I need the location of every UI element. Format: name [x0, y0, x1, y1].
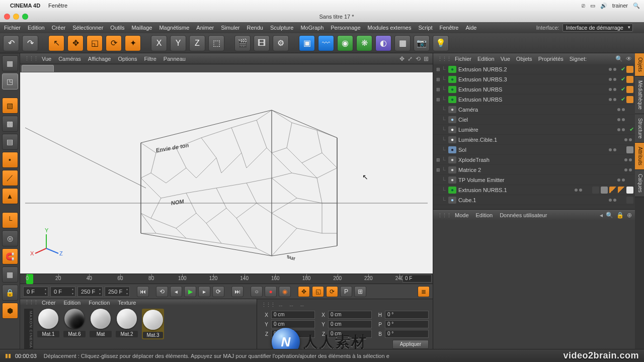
material-item[interactable]: Mat.3	[142, 309, 164, 339]
coords-tab-3[interactable]: --	[300, 302, 304, 308]
object-name[interactable]: Extrusion NURBS.3	[458, 76, 606, 82]
object-mode-button[interactable]: ▧	[2, 98, 18, 114]
timeline-mode-button[interactable]: ≣	[418, 286, 430, 297]
render-pv-button[interactable]: 🎞	[254, 35, 270, 51]
interface-selector[interactable]: Interface de démarrage	[562, 24, 633, 32]
menu-personnage[interactable]: Personnage	[331, 25, 360, 31]
object-name[interactable]: Cube.1	[458, 197, 606, 203]
menu-script[interactable]: Script	[418, 25, 432, 31]
add-environment-button[interactable]: ▦	[394, 35, 411, 51]
key-pos-button[interactable]: ✥	[298, 286, 310, 297]
object-row[interactable]: └●Caméra	[433, 105, 644, 115]
object-name[interactable]: Lumière	[458, 127, 614, 133]
mat-menu-fonction[interactable]: Fonction	[89, 300, 110, 306]
menu-selectionner[interactable]: Sélectionner	[72, 25, 103, 31]
record-off-button[interactable]: ○	[251, 286, 263, 297]
tab-calques[interactable]: Calques	[635, 170, 644, 197]
object-row[interactable]: └●Ciel	[433, 115, 644, 125]
object-row[interactable]: └●Lumière✔	[433, 125, 644, 135]
key-rot-button[interactable]: ⟳	[326, 286, 338, 297]
frame-range-end-field[interactable]: 250 F▴▾	[77, 287, 103, 297]
goto-start-button[interactable]: ⏮	[137, 286, 149, 297]
material-item[interactable]: Mat.1	[37, 309, 59, 337]
om-menu-fichier[interactable]: Fichier	[455, 56, 471, 62]
menu-fenetre[interactable]: Fenêtre	[440, 25, 459, 31]
tab-attributs[interactable]: Attributs	[635, 143, 644, 170]
object-row[interactable]: └●Cube.1	[433, 195, 644, 205]
object-name[interactable]: Lumière.Cible.1	[458, 137, 621, 143]
material-item[interactable]: Mat	[90, 309, 112, 337]
object-name[interactable]: Extrusion NURBS	[458, 97, 606, 103]
pos-z-field[interactable]: 0 cm	[271, 330, 315, 338]
mat-menu-edition[interactable]: Edition	[64, 300, 81, 306]
panel-grip-icon[interactable]: ⋮⋮⋮	[261, 302, 275, 308]
tag-icon[interactable]	[601, 187, 608, 194]
menu-aide[interactable]: Aide	[465, 25, 476, 31]
menu-edition[interactable]: Edition	[28, 25, 45, 31]
visibility-dots[interactable]	[609, 88, 616, 91]
make-editable-button[interactable]: ▦	[2, 55, 18, 71]
menu-rendu[interactable]: Rendu	[247, 25, 263, 31]
render-view-button[interactable]: 🎬	[234, 35, 251, 51]
apply-button[interactable]: Appliquer	[392, 340, 429, 349]
menu-mograph[interactable]: MoGraph	[300, 25, 324, 31]
object-row[interactable]: ⊞└●Extrusion NURBS.2✔	[433, 64, 644, 74]
zoom-window-button[interactable]	[22, 14, 28, 20]
material-item[interactable]: Mat.2	[116, 309, 138, 337]
expand-icon[interactable]: ⊞	[435, 77, 441, 82]
object-name[interactable]: Extrusion NURBS.1	[458, 187, 572, 193]
object-name[interactable]: Extrusion NURBS	[458, 86, 606, 93]
redo-button[interactable]: ↷	[22, 35, 38, 51]
object-row[interactable]: ⊞└●Extrusion NURBS✔	[433, 95, 644, 105]
om-menu-signet[interactable]: Signet:	[570, 56, 587, 62]
axis-tool[interactable]: └	[2, 212, 18, 228]
key-param-button[interactable]: P	[340, 286, 352, 297]
object-name[interactable]: Ciel	[458, 117, 614, 123]
misc-tool[interactable]: ⬢	[2, 303, 18, 319]
workplane-mode-button[interactable]: ▤	[2, 134, 18, 150]
enable-check-icon[interactable]: ✔	[619, 96, 626, 103]
om-menu-proprietes[interactable]: Propriétés	[538, 56, 564, 62]
play-button[interactable]: ▶	[184, 286, 196, 297]
rotate-tool[interactable]: ⟳	[106, 35, 122, 51]
add-camera-button[interactable]: 📷	[414, 35, 430, 51]
frame-start-field[interactable]: 0 F▴▾	[23, 287, 48, 297]
menu-sculpture[interactable]: Sculpture	[270, 25, 293, 31]
visibility-dots[interactable]	[575, 189, 582, 192]
menu-animer[interactable]: Animer	[196, 25, 214, 31]
status-battery-icon[interactable]: ▭	[590, 3, 595, 9]
object-row[interactable]: ⊞└●Extrusion NURBS.3✔	[433, 74, 644, 84]
om-menu-objets[interactable]: Objets	[516, 56, 532, 62]
menu-fichier[interactable]: Fichier	[4, 25, 21, 31]
add-spline-button[interactable]: 〰	[318, 35, 334, 51]
add-primitive-button[interactable]: ▣	[299, 35, 315, 51]
mac-user[interactable]: trainer	[612, 3, 628, 9]
point-mode-button[interactable]: •	[2, 152, 18, 168]
vp-orbit-icon[interactable]: ⟲	[416, 55, 421, 62]
object-row[interactable]: ⊞└●Matrice 2	[433, 165, 644, 175]
rot-h-field[interactable]: 0 °	[385, 311, 429, 319]
visibility-dots[interactable]	[617, 108, 625, 111]
object-row[interactable]: ⊞└●XplodeTrash	[433, 155, 644, 165]
visibility-dots[interactable]	[617, 178, 625, 182]
status-volume-icon[interactable]: 🔊	[600, 3, 607, 9]
object-row[interactable]: └●Extrusion NURBS.1	[433, 185, 644, 195]
menu-creer[interactable]: Créer	[52, 25, 66, 31]
expand-icon[interactable]: ⊞	[435, 67, 441, 72]
mat-menu-texture[interactable]: Texture	[118, 300, 136, 306]
viewport-3d[interactable]: Envie de ton NOM sur un mur Y Z X ↖	[20, 72, 433, 274]
menu-maillage[interactable]: Maillage	[131, 25, 152, 31]
size-z-field[interactable]: 0 cm	[328, 330, 372, 338]
enable-check-icon[interactable]: ✔	[619, 86, 626, 93]
mac-menu-window[interactable]: Fenêtre	[48, 3, 67, 9]
panel-grip-icon[interactable]: ⋮⋮⋮	[437, 56, 451, 62]
object-row[interactable]: └●Lumière.Cible.1	[433, 135, 644, 145]
visibility-dots[interactable]	[617, 128, 625, 131]
tag-icon[interactable]	[609, 187, 616, 194]
tag-icon[interactable]	[626, 187, 633, 194]
lock-button[interactable]: 🔒	[2, 285, 18, 301]
next-frame-button[interactable]: ▸	[198, 286, 210, 297]
vp-menu-cameras[interactable]: Caméras	[58, 56, 81, 62]
axis-x-toggle[interactable]: X	[151, 35, 167, 51]
om-filter-icon[interactable]: 👁	[626, 55, 632, 62]
